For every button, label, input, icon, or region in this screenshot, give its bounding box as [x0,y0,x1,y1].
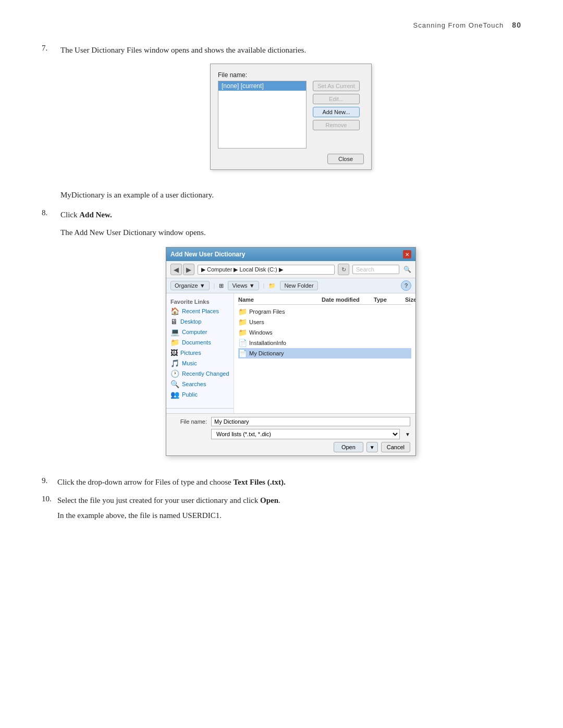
page-header: Scanning From OneTouch 80 [42,21,521,29]
step-8-text: Click Add New. [60,208,521,221]
col-size: Size [405,297,415,303]
file-name: Windows [249,329,273,336]
userdic-note: In the example above, the file is named … [57,509,521,522]
table-row[interactable]: 📁Windows [238,327,411,338]
dict-filename-label: File name: [218,71,364,79]
folder-icon: 📁 [238,307,247,316]
recent-places-icon: 🏠 [170,307,179,315]
file-dialog-body: Favorite Links 🏠 Recent Places 🖥 Desktop… [166,293,415,413]
sidebar-item-pictures[interactable]: 🖼 Pictures [166,348,234,358]
file-dialog-toolbar: Organize ▼ | ⊞ Views ▼ | 📁 New Folder ? [166,278,415,293]
step-8-bold: Add New. [79,211,112,219]
step-10-text: Select the file you just created for you… [57,494,521,522]
edit-button[interactable]: Edit... [313,94,360,104]
table-row[interactable]: 📄My Dictionary [238,348,411,359]
new-folder-icon: 📁 [268,282,276,289]
nav-buttons: ◀ ▶ [170,264,194,275]
address-path[interactable]: ▶ Computer ▶ Local Disk (C:) ▶ [198,265,335,275]
file-name: Users [249,319,264,325]
cancel-button[interactable]: Cancel [381,442,410,452]
back-button[interactable]: ◀ [170,264,182,275]
file-main-area: Name Date modified Type Size 📁Program Fi… [234,293,415,413]
computer-icon: 💻 [170,328,179,336]
table-row[interactable]: 📄InstallationInfo [238,338,411,348]
forward-button[interactable]: ▶ [183,264,194,275]
folder-icon: 📁 [238,318,247,326]
open-button[interactable]: Open [334,442,363,452]
step-10-pre: Select the file you just created for you… [57,496,260,504]
set-as-current-button[interactable]: Set As Current [313,81,360,91]
file-name: Program Files [249,309,285,315]
page-number: 80 [512,21,521,29]
file-name: InstallationInfo [249,340,286,346]
table-row[interactable]: 📁Program Files [238,306,411,317]
views-button[interactable]: Views ▼ [228,281,259,290]
sidebar-item-recent-places[interactable]: 🏠 Recent Places [166,306,234,316]
add-new-window-note: The Add New User Dictionary window opens… [60,226,521,239]
music-icon: 🎵 [170,359,179,367]
sidebar-item-music[interactable]: 🎵 Music [166,358,234,368]
header-title: Scanning From OneTouch [413,21,504,29]
organize-button[interactable]: Organize ▼ [170,281,210,290]
step-7-num: 7. [42,44,60,179]
add-new-button[interactable]: Add New... [313,107,360,117]
dict-file-item[interactable]: [none] [current] [218,81,306,91]
remove-button[interactable]: Remove [313,120,360,130]
recently-changed-label: Recently Changed [182,371,229,377]
sidebar-item-public[interactable]: 👥 Public [166,389,234,400]
file-table-header: Name Date modified Type Size [238,297,411,305]
filetype-dropdown-arrow: ▼ [405,431,410,437]
dict-dialog-container: File name: [none] [current] Set As Curre… [60,64,521,170]
documents-label: Documents [182,339,211,346]
new-folder-button[interactable]: New Folder [280,281,317,290]
public-label: Public [182,391,198,398]
filename-input[interactable] [211,417,410,426]
open-dropdown-button[interactable]: ▼ [366,442,378,452]
sidebar-item-searches[interactable]: 🔍 Searches [166,379,234,389]
computer-label: Computer [182,329,207,335]
file-dialog-address-bar: ◀ ▶ ▶ Computer ▶ Local Disk (C:) ▶ ↻ Sea… [166,261,415,278]
dict-dialog: File name: [none] [current] Set As Curre… [210,64,372,170]
sidebar-item-recently-changed[interactable]: 🕐 Recently Changed [166,368,234,379]
sidebar-item-documents[interactable]: 📁 Documents [166,337,234,348]
step-7-content: The User Dictionary Files window opens a… [60,44,521,179]
sidebar-item-desktop[interactable]: 🖥 Desktop [166,316,234,327]
music-label: Music [182,360,197,366]
search-box[interactable]: Search [352,265,399,274]
step-10-after: . [278,496,280,504]
sidebar-item-computer[interactable]: 💻 Computer [166,327,234,337]
col-type: Type [374,297,405,303]
favorite-links-label: Favorite Links [166,298,234,306]
dialog-close-button[interactable]: ✕ [403,250,411,258]
table-row[interactable]: 📁Users [238,317,411,327]
file-dialog-outer: Add New User Dictionary ✕ ◀ ▶ ▶ Computer… [60,247,521,456]
step-8-pre: Click [60,211,79,219]
filetype-select[interactable]: Word lists (*.txt, *.dic) [211,429,400,439]
step-8: 8. Click Add New. The Add New User Dicti… [42,208,521,466]
step-8-num: 8. [42,208,60,466]
search-icon: 🔍 [403,266,411,273]
recent-places-label: Recent Places [182,308,219,314]
documents-icon: 📁 [170,338,179,347]
close-button[interactable]: Close [327,154,364,164]
public-icon: 👥 [170,390,179,399]
step-8-content: Click Add New. The Add New User Dictiona… [60,208,521,466]
mydictionary-note: MyDictionary is an example of a user dic… [60,189,521,201]
recently-changed-icon: 🕐 [170,369,179,378]
searches-icon: 🔍 [170,380,179,388]
step-9-bold: Text Files (.txt). [233,478,285,486]
step-10: 10. Select the file you just created for… [42,494,521,522]
step-9-pre: Click the drop-down arrow for Files of t… [57,478,233,486]
footer-button-row: Open ▼ Cancel [172,442,410,452]
filetype-row: Word lists (*.txt, *.dic) ▼ [172,429,410,439]
file-sidebar: Favorite Links 🏠 Recent Places 🖥 Desktop… [166,293,234,413]
col-date: Date modified [322,297,374,303]
toolbar-separator-1: | [214,282,215,289]
step-9-num: 9. [42,476,57,489]
toolbar-separator-2: | [263,282,265,289]
steps-9-10: 9. Click the drop-down arrow for Files o… [42,476,521,522]
help-button[interactable]: ? [401,280,411,291]
doc-icon: 📄 [238,339,247,347]
step-10-bold: Open [260,496,278,504]
refresh-button[interactable]: ↻ [338,264,349,275]
